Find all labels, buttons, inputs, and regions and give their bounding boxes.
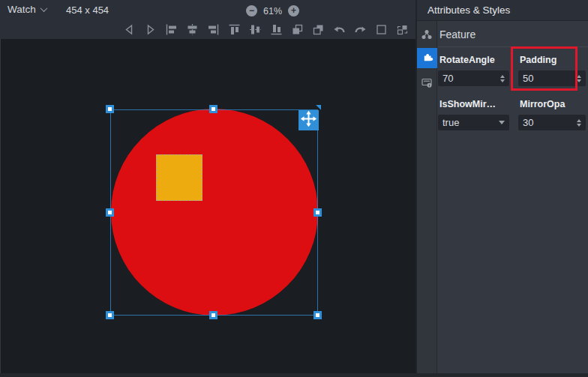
selection-handle-top-left[interactable]	[106, 105, 114, 113]
section-divider	[438, 46, 588, 47]
device-label: Watch	[8, 4, 36, 15]
selection-handle-bottom-right[interactable]	[314, 311, 322, 319]
mirror-opa-value: 30	[523, 117, 533, 128]
nav-forward-icon[interactable]	[144, 23, 157, 36]
align-left-icon[interactable]	[165, 23, 178, 36]
align-middle-vertical-icon[interactable]	[249, 23, 262, 36]
spinner-arrows[interactable]	[500, 75, 505, 82]
align-right-icon[interactable]	[207, 23, 220, 36]
move-icon	[299, 109, 318, 131]
tab-styles-info-icon[interactable]	[421, 76, 433, 88]
rotate-angle-input[interactable]: 70	[438, 70, 509, 86]
is-show-mirror-value: true	[442, 117, 459, 128]
spin-up-icon[interactable]	[577, 119, 581, 122]
mirror-opa-input[interactable]: 30	[518, 115, 586, 130]
swap-icon[interactable]	[396, 23, 409, 36]
field-label: RotateAngle	[440, 55, 509, 65]
send-backward-icon[interactable]	[312, 23, 325, 36]
selection-handle-bottom-left[interactable]	[106, 311, 114, 319]
field-rotate-angle: RotateAngle 70	[438, 55, 509, 86]
zoom-in-button[interactable]: +	[288, 5, 299, 16]
puzzle-icon	[422, 51, 434, 66]
panel-tab-strip	[417, 21, 437, 373]
spin-up-icon[interactable]	[500, 75, 505, 78]
attributes-panel: Attributes & Styles	[416, 0, 588, 377]
align-center-horizontal-icon[interactable]	[186, 23, 199, 36]
spinner-arrows[interactable]	[577, 119, 581, 127]
group-icon[interactable]	[421, 28, 433, 40]
align-bottom-icon[interactable]	[270, 23, 283, 36]
chevron-down-icon	[40, 4, 47, 12]
section-title: Feature	[440, 28, 476, 40]
selection-box-icon[interactable]	[375, 23, 388, 36]
zoom-level-label: 61%	[263, 6, 282, 16]
zoom-controls: − 61% +	[246, 5, 299, 16]
red-circle-shape[interactable]	[111, 109, 318, 316]
field-label: Padding	[520, 55, 586, 65]
rotate-angle-value: 70	[442, 73, 453, 84]
bring-forward-icon[interactable]	[291, 23, 304, 36]
canvas-size-label: 454 x 454	[66, 4, 109, 16]
selection-handle-bottom-center[interactable]	[209, 311, 218, 319]
panel-title: Attributes & Styles	[417, 0, 588, 21]
toolbar	[123, 23, 409, 36]
tab-feature-selected[interactable]	[417, 48, 437, 68]
align-top-icon[interactable]	[228, 23, 241, 36]
spinner-arrows[interactable]	[577, 75, 581, 82]
padding-value: 50	[523, 73, 533, 84]
spin-down-icon[interactable]	[577, 79, 581, 82]
undo-icon[interactable]	[333, 23, 346, 36]
field-label: IsShowMir…	[440, 99, 509, 109]
dropdown-chevron-icon[interactable]	[499, 121, 505, 124]
padding-input[interactable]: 50	[518, 70, 586, 86]
selection-handle-mid-left[interactable]	[106, 208, 114, 217]
zoom-out-button[interactable]: −	[246, 5, 257, 16]
spin-up-icon[interactable]	[577, 75, 581, 78]
field-label: MirrorOpa	[520, 99, 586, 109]
selection-handle-top-center[interactable]	[209, 105, 218, 113]
is-show-mirror-select[interactable]: true	[438, 115, 509, 130]
header-bar: Watch 454 x 454 − 61% +	[0, 0, 416, 39]
spin-down-icon[interactable]	[577, 124, 581, 127]
feature-fields: RotateAngle 70 Padding 50 IsShowMir… tru…	[438, 55, 586, 130]
watch-face-editor: Watch 454 x 454 − 61% +	[0, 0, 588, 377]
move-tool-button[interactable]	[298, 110, 319, 130]
design-canvas[interactable]	[0, 39, 416, 373]
selection-handle-mid-right[interactable]	[314, 208, 322, 217]
device-select-dropdown[interactable]: Watch	[8, 4, 46, 15]
field-mirror-opa: MirrorOpa 30	[518, 99, 586, 130]
nav-back-icon[interactable]	[123, 23, 136, 36]
spin-down-icon[interactable]	[500, 79, 505, 82]
bottom-edge-strip	[0, 373, 588, 377]
redo-icon[interactable]	[354, 23, 367, 36]
field-padding: Padding 50	[518, 55, 586, 86]
field-is-show-mirror: IsShowMir… true	[438, 99, 509, 130]
orange-square-shape[interactable]	[156, 154, 202, 201]
